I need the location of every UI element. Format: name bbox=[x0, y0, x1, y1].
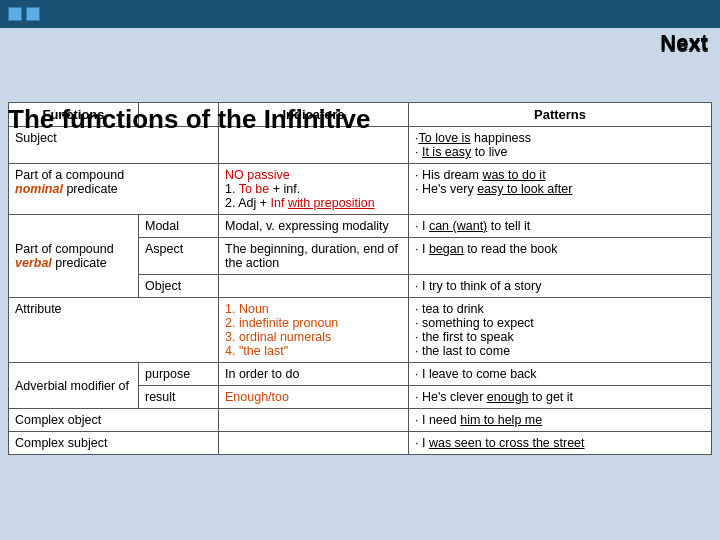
next-area[interactable]: Next bbox=[0, 28, 720, 58]
data-table: Functions Indicators Patterns Subject ·T… bbox=[8, 102, 712, 455]
sub-purpose: purpose bbox=[139, 363, 219, 386]
func-adverbial: Adverbial modifier of bbox=[9, 363, 139, 409]
pat-subject: ·To love is happiness· It is easy to liv… bbox=[409, 127, 712, 164]
row-adverbial-purpose: Adverbial modifier of purpose In order t… bbox=[9, 363, 712, 386]
sub-aspect: Aspect bbox=[139, 238, 219, 275]
sub-modal: Modal bbox=[139, 215, 219, 238]
pat-aspect: · I began to read the book bbox=[409, 238, 712, 275]
ind-nominal: NO passive1. To be + inf.2. Adj + Inf wi… bbox=[219, 164, 409, 215]
func-nominal: Part of a compound nominal predicate bbox=[9, 164, 219, 215]
pat-result: · He's clever enough to get it bbox=[409, 386, 712, 409]
icon-1 bbox=[8, 7, 22, 21]
ind-aspect: The beginning, duration, end of the acti… bbox=[219, 238, 409, 275]
full-content: Next The functions of the Infinitive Fun… bbox=[0, 28, 720, 540]
content-area: The functions of the Infinitive Function… bbox=[0, 102, 720, 455]
func-verbal: Part of compound verbal predicate bbox=[9, 215, 139, 298]
ind-purpose: In order to do bbox=[219, 363, 409, 386]
icon-2 bbox=[26, 7, 40, 21]
row-complex-subject: Complex subject · I was seen to cross th… bbox=[9, 432, 712, 455]
top-bar-icons bbox=[8, 7, 40, 21]
row-complex-object: Complex object · I need him to help me bbox=[9, 409, 712, 432]
sub-object: Object bbox=[139, 275, 219, 298]
sub-result: result bbox=[139, 386, 219, 409]
ind-result: Enough/too bbox=[219, 386, 409, 409]
func-complex-subject: Complex subject bbox=[9, 432, 219, 455]
next-label-2: Next bbox=[660, 30, 708, 55]
pat-complex-subject: · I was seen to cross the street bbox=[409, 432, 712, 455]
pat-purpose: · I leave to come back bbox=[409, 363, 712, 386]
pat-nominal: · His dream was to do it· He's very easy… bbox=[409, 164, 712, 215]
pat-modal: · I can (want) to tell it bbox=[409, 215, 712, 238]
ind-object bbox=[219, 275, 409, 298]
pat-attribute: · tea to drink· something to expect· the… bbox=[409, 298, 712, 363]
page-title: The functions of the Infinitive bbox=[8, 104, 371, 135]
col-header-patterns: Patterns bbox=[409, 103, 712, 127]
ind-attribute: 1. Noun 2. indefinite pronoun 3. ordinal… bbox=[219, 298, 409, 363]
ind-modal: Modal, v. expressing modality bbox=[219, 215, 409, 238]
ind-complex-subject bbox=[219, 432, 409, 455]
func-complex-object: Complex object bbox=[9, 409, 219, 432]
ind-complex-object bbox=[219, 409, 409, 432]
row-nominal: Part of a compound nominal predicate NO … bbox=[9, 164, 712, 215]
top-bar bbox=[0, 0, 720, 28]
func-attribute: Attribute bbox=[9, 298, 219, 363]
row-attribute: Attribute 1. Noun 2. indefinite pronoun … bbox=[9, 298, 712, 363]
pat-object: · I try to think of a story bbox=[409, 275, 712, 298]
row-verbal-modal: Part of compound verbal predicate Modal … bbox=[9, 215, 712, 238]
pat-complex-object: · I need him to help me bbox=[409, 409, 712, 432]
